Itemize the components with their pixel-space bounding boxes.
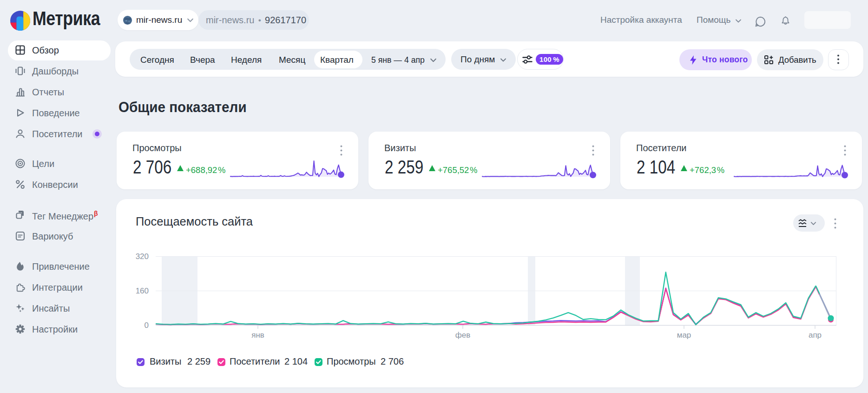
svg-text:0: 0	[145, 321, 149, 330]
svg-text:янв: янв	[251, 331, 264, 340]
svg-text:160: 160	[136, 286, 149, 295]
svg-text:320: 320	[136, 252, 149, 261]
svg-text:фев: фев	[455, 331, 470, 340]
svg-text:апр: апр	[809, 331, 822, 340]
svg-text:мар: мар	[677, 331, 691, 340]
